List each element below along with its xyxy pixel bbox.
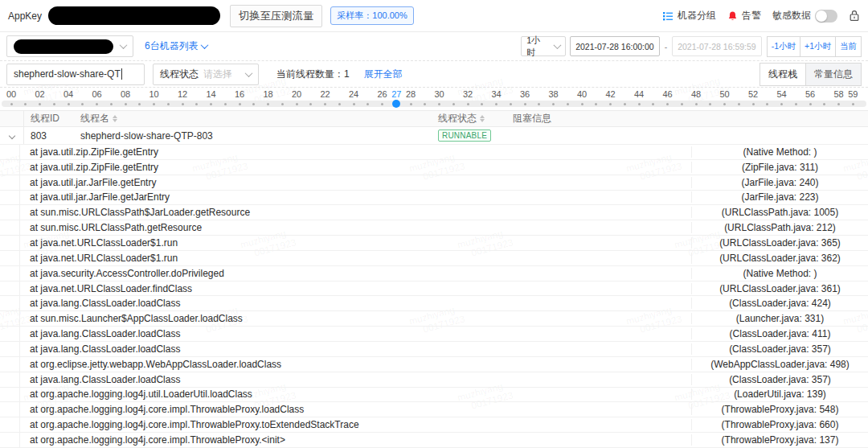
timeline-dot[interactable] (567, 103, 569, 105)
now-button[interactable]: 当前 (836, 36, 862, 57)
timeline-dot[interactable] (837, 103, 840, 105)
timeline-minute-label-10[interactable]: 10 (144, 89, 165, 99)
timeline-dot[interactable] (53, 103, 55, 105)
timeline-dot[interactable] (281, 103, 284, 105)
timeline-dot[interactable] (452, 103, 455, 105)
timeline-dot[interactable] (424, 103, 426, 105)
expand-all-link[interactable]: 展开全部 (364, 68, 403, 81)
timeline-minute-label-34[interactable]: 34 (486, 89, 507, 99)
machine-select[interactable] (6, 35, 133, 57)
timeline-minute-label-59[interactable]: 59 (842, 89, 863, 99)
timeline-dot[interactable] (766, 103, 768, 105)
timeline-minute-label-04[interactable]: 04 (58, 89, 79, 99)
col-thread-id[interactable]: 线程ID (24, 112, 74, 125)
timeline-dot[interactable] (167, 103, 170, 105)
thread-name-input[interactable]: shepherd-slow-share-QT (6, 64, 145, 85)
timeline-minute-label-24[interactable]: 24 (343, 89, 364, 99)
timeline-dot[interactable] (510, 103, 512, 105)
timeline-dot[interactable] (110, 103, 113, 105)
duration-select[interactable]: 1小时 (521, 36, 566, 56)
timeline-dot[interactable] (195, 103, 198, 105)
timeline-dot[interactable] (96, 103, 98, 105)
timeline-dot[interactable] (809, 103, 812, 105)
timeline-dot[interactable] (239, 103, 241, 105)
timeline-dot[interactable] (324, 103, 326, 105)
switch-pressure-traffic-button[interactable]: 切换至压测流量 (230, 5, 322, 27)
timeline-minute-label-48[interactable]: 48 (686, 89, 706, 99)
collapse-row-icon[interactable] (8, 132, 14, 138)
col-thread-name[interactable]: 线程名 (74, 112, 432, 125)
timeline-minute-label-22[interactable]: 22 (315, 89, 336, 99)
timeline-dot[interactable] (780, 103, 783, 105)
timeline-minute-label-56[interactable]: 56 (800, 89, 821, 99)
timeline-dot[interactable] (338, 103, 341, 105)
sort-icon[interactable] (480, 115, 485, 122)
timeline-dot[interactable] (68, 103, 70, 105)
tab-constant-info[interactable]: 常量信息 (806, 63, 862, 86)
timeline-dot[interactable] (495, 103, 497, 105)
timeline-dot[interactable] (267, 103, 269, 105)
timeline-dot[interactable] (24, 103, 27, 105)
timeline-minute-label-38[interactable]: 38 (543, 89, 564, 99)
timeline-track[interactable] (2, 101, 866, 107)
timeline-dot[interactable] (823, 103, 825, 105)
timeline-dot[interactable] (738, 103, 740, 105)
timeline-dot[interactable] (438, 103, 440, 105)
col-thread-state[interactable]: 线程状态 (432, 112, 506, 125)
timeline-dot[interactable] (353, 103, 355, 105)
minus-one-hour-button[interactable]: -1小时 (767, 36, 800, 57)
timeline-minute-label-36[interactable]: 36 (514, 89, 535, 99)
timeline-minute-label-44[interactable]: 44 (628, 89, 649, 99)
timeline-dot[interactable] (795, 103, 797, 105)
sensitive-data-toggle[interactable] (815, 10, 837, 23)
timeline-dot[interactable] (538, 103, 540, 105)
timeline-minute-label-08[interactable]: 08 (115, 89, 136, 99)
timeline-dot[interactable] (224, 103, 227, 105)
timeline-dot[interactable] (182, 103, 184, 105)
timeline-minute-label-32[interactable]: 32 (457, 89, 478, 99)
timeline-dot[interactable] (481, 103, 483, 105)
timeline-dot[interactable] (153, 103, 155, 105)
timeline-dot[interactable] (581, 103, 583, 105)
end-time-input[interactable]: 2021-07-28 16:59:59 (672, 36, 762, 56)
timeline-dot[interactable] (366, 103, 369, 105)
timeline-minute-label-18[interactable]: 18 (258, 89, 279, 99)
plus-one-hour-button[interactable]: +1小时 (800, 36, 836, 57)
timeline-minute-label-54[interactable]: 54 (772, 89, 792, 99)
timeline-dot[interactable] (39, 103, 41, 105)
timeline-dot[interactable] (552, 103, 555, 105)
timeline-dot[interactable] (695, 103, 698, 105)
machine-list-link[interactable]: 6台机器列表 (145, 39, 207, 53)
timeline-dot[interactable] (138, 103, 141, 105)
timeline-dot[interactable] (10, 103, 13, 105)
timeline-minute-label-50[interactable]: 50 (714, 89, 735, 99)
timeline-minute-label-40[interactable]: 40 (571, 89, 592, 99)
timeline-dot[interactable] (296, 103, 298, 105)
timeline-minute-label-00[interactable]: 00 (1, 89, 22, 99)
timeline-dot[interactable] (609, 103, 612, 105)
thread-state-select[interactable]: 线程状态 请选择 (153, 64, 259, 85)
timeline-minute-label-06[interactable]: 06 (87, 89, 108, 99)
timeline-dot[interactable] (681, 103, 683, 105)
timeline-minute-label-14[interactable]: 14 (201, 89, 222, 99)
timeline-dot[interactable] (852, 103, 854, 105)
alert-button[interactable]: 告警 (727, 9, 761, 23)
timeline-dot[interactable] (666, 103, 669, 105)
start-time-input[interactable]: 2021-07-28 16:00:00 (570, 36, 660, 56)
machine-group-button[interactable]: 机器分组 (662, 9, 716, 23)
timeline-dot[interactable] (624, 103, 626, 105)
timeline-dot[interactable] (638, 103, 641, 105)
timeline-dot[interactable] (467, 103, 469, 105)
timeline-minute-label-52[interactable]: 52 (743, 89, 764, 99)
timeline-dot[interactable] (752, 103, 755, 105)
timeline-minute-label-30[interactable]: 30 (429, 89, 450, 99)
timeline-minute-label-42[interactable]: 42 (600, 89, 621, 99)
thread-row[interactable]: 803 shepherd-slow-share-QTP-803 RUNNABLE (0, 127, 868, 145)
timeline-dot[interactable] (125, 103, 127, 105)
timeline-minute-label-12[interactable]: 12 (172, 89, 193, 99)
timeline-minute-label-28[interactable]: 28 (400, 89, 421, 99)
timeline-minute-label-02[interactable]: 02 (30, 89, 51, 99)
timeline-dot[interactable] (723, 103, 726, 105)
timeline-dot[interactable] (381, 103, 383, 105)
timeline-dot[interactable] (595, 103, 597, 105)
